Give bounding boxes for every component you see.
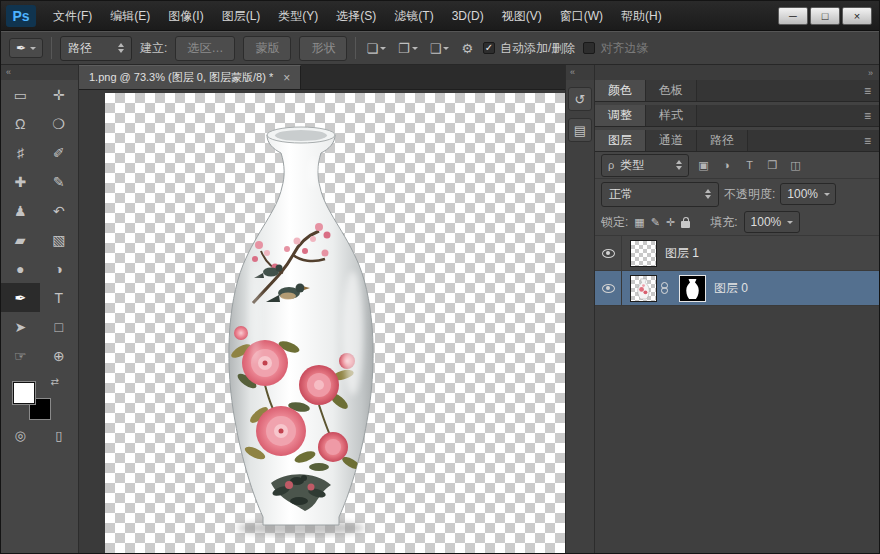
- divider: [51, 37, 52, 59]
- lock-position-icon[interactable]: ✛: [666, 216, 675, 229]
- layer-filter-select[interactable]: ρ 类型: [601, 154, 689, 177]
- tab-paths[interactable]: 路径: [697, 130, 748, 151]
- foreground-color-swatch[interactable]: [13, 382, 35, 404]
- tool-mode-select[interactable]: 路径: [60, 36, 132, 61]
- opacity-field[interactable]: 100%: [780, 183, 836, 205]
- eyedropper-tool[interactable]: ✐: [40, 138, 79, 167]
- lock-all-icon[interactable]: [681, 221, 690, 228]
- document-tab[interactable]: 1.png @ 73.3% (图层 0, 图层蒙版/8) * ×: [79, 65, 301, 89]
- menu-help[interactable]: 帮助(H): [612, 2, 671, 30]
- layer0-thumbnail[interactable]: [630, 275, 657, 302]
- minimize-button[interactable]: ─: [778, 7, 808, 25]
- menu-image[interactable]: 图像(I): [159, 2, 212, 30]
- strip-collapse-button[interactable]: «: [566, 65, 594, 80]
- path-selection-icon: ➤: [14, 319, 26, 335]
- blur-tool[interactable]: ●: [1, 254, 40, 283]
- crop-tool[interactable]: ♯: [1, 138, 40, 167]
- path-operations-button[interactable]: ❏: [364, 39, 388, 58]
- move-tool[interactable]: ✛: [40, 80, 79, 109]
- make-selection-button[interactable]: 选区…: [175, 36, 235, 61]
- filter-smart-objects-icon[interactable]: ◫: [787, 157, 804, 174]
- history-brush-tool[interactable]: ↶: [40, 196, 79, 225]
- filter-shape-layers-icon[interactable]: ❒: [764, 157, 781, 174]
- filter-adjustment-layers-icon[interactable]: ◑: [718, 157, 735, 174]
- panel-menu-icon[interactable]: ≡: [856, 130, 879, 151]
- panel-menu-icon[interactable]: ≡: [856, 105, 879, 126]
- settings-gear-button[interactable]: ⚙: [459, 39, 475, 58]
- tab-adjustments[interactable]: 调整: [595, 105, 646, 126]
- history-panel-icon[interactable]: ↺: [568, 87, 592, 111]
- tab-color[interactable]: 颜色: [595, 80, 646, 101]
- tab-swatches[interactable]: 色板: [646, 80, 697, 101]
- tab-layers[interactable]: 图层: [595, 130, 646, 151]
- dock-collapse-button[interactable]: »: [595, 65, 879, 80]
- toolbar-collapse-button[interactable]: «: [1, 65, 78, 80]
- mask-link-icon[interactable]: [658, 282, 670, 294]
- visibility-cell[interactable]: [595, 271, 622, 305]
- visibility-cell[interactable]: [595, 236, 622, 270]
- menu-layer[interactable]: 图层(L): [213, 2, 270, 30]
- marquee-icon: ▭: [14, 87, 27, 103]
- tab-styles[interactable]: 样式: [646, 105, 697, 126]
- gradient-tool[interactable]: ▧: [40, 225, 79, 254]
- rectangular-marquee-tool[interactable]: ▭: [1, 80, 40, 109]
- lasso-tool[interactable]: Ω: [1, 109, 40, 138]
- quick-selection-tool[interactable]: ❍: [40, 109, 79, 138]
- panel-menu-icon[interactable]: ≡: [856, 80, 879, 101]
- close-button[interactable]: ×: [842, 7, 872, 25]
- auto-add-delete-checkbox[interactable]: ✓ 自动添加/删除: [483, 40, 575, 57]
- path-selection-tool[interactable]: ➤: [1, 312, 40, 341]
- updown-arrows-icon: [676, 160, 682, 170]
- menu-select[interactable]: 选择(S): [327, 2, 385, 30]
- menu-window[interactable]: 窗口(W): [551, 2, 612, 30]
- main-area: « ▭ ✛ Ω ❍ ♯ ✐ ✚ ✎ ♟ ↶ ▰ ▧ ● ◑ ✒ T ➤ □ ☞: [1, 65, 879, 554]
- maximize-button[interactable]: □: [810, 7, 840, 25]
- menu-3d[interactable]: 3D(D): [443, 2, 493, 30]
- eraser-tool[interactable]: ▰: [1, 225, 40, 254]
- tab-close-icon[interactable]: ×: [283, 71, 290, 85]
- tab-channels[interactable]: 通道: [646, 130, 697, 151]
- filter-pixel-layers-icon[interactable]: ▣: [695, 157, 712, 174]
- zoom-tool[interactable]: ⊕: [40, 341, 79, 370]
- layer-row-layer1[interactable]: 图层 1: [595, 236, 879, 271]
- tool-preset-picker[interactable]: ✒: [9, 38, 43, 58]
- document-tab-bar: 1.png @ 73.3% (图层 0, 图层蒙版/8) * ×: [79, 65, 565, 90]
- divider: [355, 37, 356, 59]
- lock-transparent-pixels-icon[interactable]: ▦: [634, 216, 644, 229]
- dodge-tool[interactable]: ◑: [40, 254, 79, 283]
- path-alignment-button[interactable]: ❐: [396, 39, 420, 58]
- make-shape-button[interactable]: 形状: [299, 36, 347, 61]
- layer-row-layer0[interactable]: 图层 0: [595, 271, 879, 306]
- layer0-mask-thumbnail[interactable]: [679, 275, 706, 302]
- healing-brush-tool[interactable]: ✚: [1, 167, 40, 196]
- clone-stamp-icon: ♟: [14, 203, 27, 219]
- hand-tool[interactable]: ☞: [1, 341, 40, 370]
- clone-stamp-tool[interactable]: ♟: [1, 196, 40, 225]
- align-edges-checkbox[interactable]: 对齐边缘: [583, 40, 648, 57]
- pen-tool[interactable]: ✒: [1, 283, 40, 312]
- brush-tool[interactable]: ✎: [40, 167, 79, 196]
- properties-panel-icon[interactable]: ▤: [568, 118, 592, 142]
- path-arrange-button[interactable]: ❑: [428, 39, 452, 58]
- transparency-checkerboard: [105, 93, 565, 554]
- filter-type-layers-icon[interactable]: T: [741, 157, 758, 174]
- layers-panel-group: 图层 通道 路径 ≡ ρ 类型 ▣ ◑ T ❒: [595, 130, 879, 554]
- type-tool[interactable]: T: [40, 283, 79, 312]
- menu-filter[interactable]: 滤镜(T): [385, 2, 442, 30]
- quick-mask-button[interactable]: ◎: [1, 422, 40, 448]
- canvas[interactable]: [79, 90, 565, 554]
- menu-edit[interactable]: 编辑(E): [101, 2, 159, 30]
- menu-file[interactable]: 文件(F): [44, 2, 101, 30]
- menu-type[interactable]: 类型(Y): [269, 2, 327, 30]
- swap-colors-icon[interactable]: ⇄: [51, 376, 59, 387]
- screen-mode-button[interactable]: ▯: [40, 422, 79, 448]
- menu-view[interactable]: 视图(V): [493, 2, 551, 30]
- layer1-thumbnail[interactable]: [630, 240, 657, 267]
- fill-field[interactable]: 100%: [744, 211, 800, 233]
- rectangle-tool[interactable]: □: [40, 312, 79, 341]
- checkbox-unchecked-icon: [583, 42, 595, 54]
- make-mask-button[interactable]: 蒙版: [243, 36, 291, 61]
- blend-mode-select[interactable]: 正常: [601, 182, 719, 207]
- path-alignment-icon: ❐: [398, 41, 410, 56]
- lock-image-pixels-icon[interactable]: ✎: [651, 216, 660, 229]
